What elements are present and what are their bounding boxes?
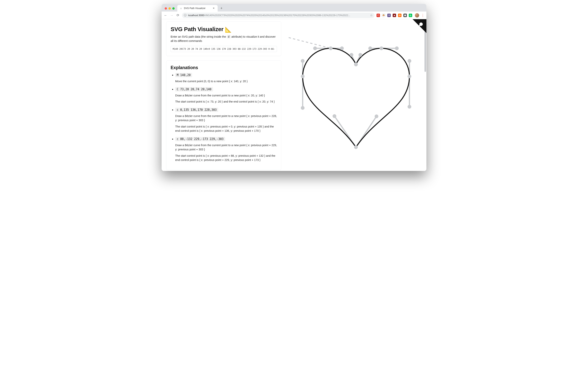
maximize-window-icon[interactable]: [172, 7, 175, 10]
tab-strip: ∩ SVG Path Visualizer × +: [162, 4, 426, 12]
extension-row: ⬡🐵✦■iD▦G: [377, 14, 413, 17]
right-panel: [284, 19, 426, 171]
explanations-heading: Explanations: [171, 65, 277, 70]
control-point[interactable]: [313, 46, 317, 50]
command-description: The start control point is { x: previous…: [175, 154, 277, 162]
page-content: SVG Path Visualizer 📐 Enter an SVG path …: [162, 19, 426, 171]
d-attr-code: d: [227, 35, 231, 38]
control-point[interactable]: [368, 46, 372, 50]
window-controls: [163, 7, 177, 12]
guide-dashed-line: [289, 38, 331, 48]
command-description: Draw a Bézier curve from the current poi…: [175, 93, 277, 98]
header-card: SVG Path Visualizer 📐 Enter an SVG path …: [166, 22, 281, 56]
page-title: SVG Path Visualizer 📐: [171, 26, 277, 33]
tab-title: SVG Path Visualizer: [184, 7, 206, 10]
github-corner[interactable]: [413, 19, 426, 33]
command-code: M 140,20: [175, 73, 192, 77]
control-point[interactable]: [301, 59, 304, 63]
extension-icon[interactable]: G: [409, 14, 412, 17]
command-description: Move the current point (0, 0) to a new p…: [175, 79, 277, 83]
ruler-emoji-icon: 📐: [225, 27, 232, 33]
site-info-icon[interactable]: ⓘ: [184, 14, 187, 17]
browser-menu-icon[interactable]: ⋮: [421, 14, 424, 17]
command-description: The start control point is { x: 73, y: 2…: [175, 99, 277, 104]
control-point[interactable]: [340, 46, 344, 50]
control-point[interactable]: [354, 145, 358, 149]
close-tab-icon[interactable]: ×: [212, 7, 215, 10]
command-item: M 140,20Move the current point (0, 0) to…: [175, 73, 277, 83]
subtitle-pre: Enter an SVG path data (the string insid…: [171, 35, 227, 38]
control-point[interactable]: [333, 114, 336, 118]
command-list: M 140,20Move the current point (0, 0) to…: [171, 73, 277, 162]
control-point[interactable]: [301, 74, 304, 78]
bookmark-star-icon[interactable]: ☆: [370, 13, 373, 17]
svg-visualization[interactable]: [284, 19, 426, 171]
command-item: c 88,-132 229,-173 229,-303Draw a Bézier…: [175, 137, 277, 162]
command-description: Draw a Bézier curve from the current poi…: [175, 143, 277, 152]
extension-icon[interactable]: iD: [398, 14, 401, 17]
control-point[interactable]: [358, 53, 362, 57]
control-point[interactable]: [375, 114, 378, 118]
extension-icon[interactable]: ▦: [403, 14, 407, 17]
extension-icon[interactable]: 🐵: [382, 14, 385, 17]
command-code: c 0,135 136,170 228,303: [175, 108, 218, 112]
page-title-text: SVG Path Visualizer: [171, 26, 223, 32]
path-input[interactable]: [171, 46, 277, 52]
address-bar[interactable]: ⓘ localhost:3000/#M140%2020C73%2020%2020…: [182, 13, 375, 18]
url-text: localhost:3000/#M140%2020C73%2020%2020%2…: [188, 14, 350, 17]
extension-icon[interactable]: ⬡: [377, 14, 380, 17]
control-point[interactable]: [408, 105, 411, 109]
command-description: Draw a Bézier curve from the current poi…: [175, 114, 277, 123]
control-points: [301, 46, 411, 149]
minimize-window-icon[interactable]: [168, 7, 171, 10]
forward-button: →: [170, 13, 174, 18]
close-window-icon[interactable]: [165, 7, 167, 10]
browser-window: ∩ SVG Path Visualizer × + ← → ⟳ ⓘ localh…: [162, 4, 426, 171]
reload-button[interactable]: ⟳: [176, 13, 180, 18]
control-point[interactable]: [408, 59, 411, 63]
new-tab-button[interactable]: +: [219, 6, 224, 11]
command-description: The start control point is { x: previous…: [175, 124, 277, 133]
browser-toolbar: ← → ⟳ ⓘ localhost:3000/#M140%2020C73%202…: [162, 12, 426, 19]
control-point[interactable]: [408, 74, 411, 78]
extension-icon[interactable]: ■: [393, 14, 396, 17]
scrollbar[interactable]: [424, 21, 426, 169]
left-panel: SVG Path Visualizer 📐 Enter an SVG path …: [162, 19, 284, 171]
command-code: c 88,-132 229,-173 229,-303: [175, 137, 225, 141]
command-item: C 73,20 20,74 20,140Draw a Bézier curve …: [175, 87, 277, 104]
profile-avatar[interactable]: [415, 13, 419, 18]
control-point[interactable]: [354, 63, 358, 66]
subtitle: Enter an SVG path data (the string insid…: [171, 35, 277, 43]
browser-tab[interactable]: ∩ SVG Path Visualizer ×: [177, 5, 218, 12]
control-point[interactable]: [395, 46, 399, 50]
control-point[interactable]: [301, 106, 304, 110]
control-point[interactable]: [350, 53, 353, 57]
control-point[interactable]: [379, 46, 383, 50]
explanations-card: Explanations M 140,20Move the current po…: [166, 60, 281, 170]
command-item: c 0,135 136,170 228,303Draw a Bézier cur…: [175, 108, 277, 133]
control-point[interactable]: [329, 46, 333, 50]
command-code: C 73,20 20,74 20,140: [175, 87, 213, 91]
favicon-icon: ∩: [180, 7, 182, 10]
extension-icon[interactable]: ✦: [387, 14, 391, 17]
back-button[interactable]: ←: [164, 13, 168, 18]
